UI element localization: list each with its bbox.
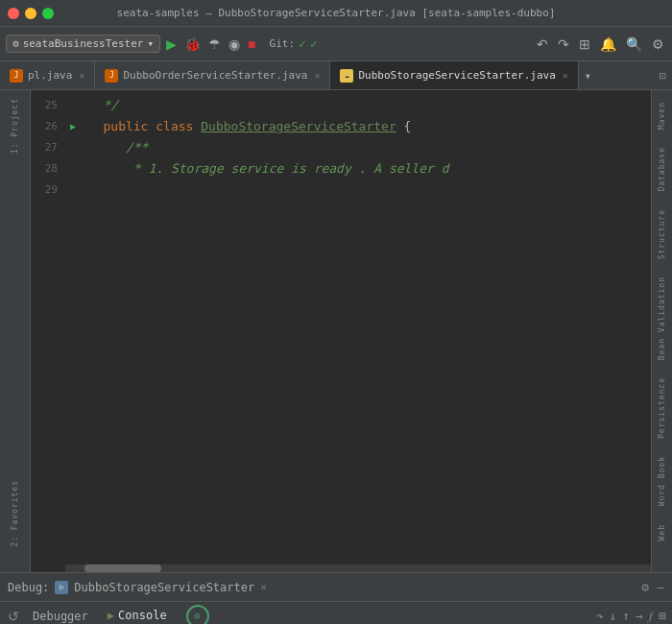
debug-session-label: DubboStorageServiceStarter (74, 581, 254, 594)
tab-close[interactable]: ✕ (79, 70, 84, 81)
line-content: * 1. Storage service is ready . A seller… (81, 161, 449, 176)
debug-step-into[interactable]: ↓ (610, 609, 617, 623)
code-line-28: 28 * 1. Storage service is ready . A sel… (31, 157, 651, 179)
layout-button[interactable]: ⊞ (577, 36, 592, 52)
redo-button[interactable]: ↷ (556, 36, 571, 52)
split-icon[interactable]: ⊡ (660, 69, 666, 83)
sidebar-tab-structure[interactable]: Structure (655, 202, 669, 267)
code-line-29: 29 (31, 179, 651, 200)
sidebar-label-favorites[interactable]: 2: Favorites (9, 476, 21, 551)
debugger-tab[interactable]: Debugger (25, 606, 96, 625)
git-area: Git: ✓ ✓ (270, 36, 318, 51)
line-number: 29 (31, 183, 65, 196)
sidebar-tab-persistence[interactable]: Persistence (655, 370, 669, 446)
title-bar: seata-samples – DubboStorageServiceStart… (0, 0, 672, 27)
debug-step-out[interactable]: ↑ (623, 609, 631, 623)
git-check-icon: ✓ (299, 36, 306, 51)
notification-button[interactable]: 🔔 (598, 36, 618, 52)
tab-label: DubboOrderServiceStarter.java (123, 69, 307, 82)
debug-panel: Debug: ▷ DubboStorageServiceStarter ✕ ⚙ … (0, 572, 672, 624)
toolbar-icons: ↶ ↷ ⊞ 🔔 🔍 ⚙ (535, 36, 666, 52)
debugger-tab-label: Debugger (33, 610, 88, 623)
settings-button[interactable]: ⚙ (650, 36, 666, 52)
storage-icon: ☁ (340, 69, 353, 83)
tab-close[interactable]: ✕ (314, 70, 320, 81)
run-config-icon: ⚙ (12, 37, 19, 50)
sidebar-label-project[interactable]: 1: Project (9, 94, 21, 157)
line-content: */ (81, 98, 118, 112)
debug-header-right: ⚙ — (641, 580, 664, 594)
sidebar-tab-maven[interactable]: Maven (655, 94, 669, 137)
debug-minimize-icon[interactable]: — (657, 580, 664, 594)
line-number: 27 (31, 141, 65, 154)
line-gutter: ▶ (65, 121, 81, 132)
debug-layout[interactable]: ⊞ (659, 609, 666, 623)
tabs-bar: J pl.java ✕ J DubboOrderServiceStarter.j… (0, 61, 672, 90)
debug-title: Debug: ▷ DubboStorageServiceStarter ✕ (8, 581, 267, 594)
code-line-25: 25 */ (31, 94, 651, 115)
close-button[interactable] (8, 8, 19, 19)
right-sidebar: Maven Database Structure Bean Validation… (651, 90, 672, 572)
stop-button[interactable]: ■ (246, 36, 257, 52)
code-lines: 25 */ 26 ▶ public class DubboStorageServ… (31, 90, 651, 204)
dropdown-arrow: ▾ (147, 37, 154, 50)
debug-toolbar: ↺ Debugger ▶ Console ⊙ ↷ ↓ ↑ → 𝑓 ⊞ (0, 602, 672, 624)
sidebar-tab-wordbook[interactable]: Word Book (655, 448, 669, 514)
debug-circle-btn[interactable]: ⊙ (186, 605, 209, 625)
console-tab-label: Console (118, 609, 167, 622)
tab-pl-java[interactable]: J pl.java ✕ (0, 61, 95, 89)
code-line-27: 27 /** (31, 136, 651, 157)
git-check2-icon: ✓ (310, 36, 318, 51)
debug-eval[interactable]: 𝑓 (649, 609, 653, 624)
breakpoint-arrow: ▶ (70, 121, 76, 132)
sidebar-tab-database[interactable]: Database (655, 139, 669, 200)
top-toolbar: ⚙ seataBusinessTester ▾ ▶ 🐞 ☂ ◉ ■ Git: ✓… (0, 27, 672, 61)
line-content: public class DubboStorageServiceStarter … (81, 119, 411, 133)
code-line-26: 26 ▶ public class DubboStorageServiceSta… (31, 115, 651, 136)
profiler-button[interactable]: ◉ (227, 36, 242, 52)
tab-dubbo-storage[interactable]: ☁ DubboStorageServiceStarter.java ✕ (330, 61, 578, 89)
window-title: seata-samples – DubboStorageServiceStart… (117, 7, 556, 19)
debug-step-over[interactable]: ↷ (596, 609, 604, 623)
search-everywhere-button[interactable]: 🔍 (624, 36, 644, 52)
run-config-label: seataBusinessTester (23, 37, 144, 50)
debug-restart-btn[interactable]: ↺ (6, 609, 21, 624)
line-number: 25 (31, 99, 65, 111)
debug-button[interactable]: 🐞 (182, 36, 203, 52)
run-config-dropdown[interactable]: ⚙ seataBusinessTester ▾ (6, 35, 160, 53)
debug-toolbar-icons: ↷ ↓ ↑ → 𝑓 ⊞ (596, 609, 666, 624)
left-sidebar: 1: Project 2: Favorites (0, 90, 31, 572)
debug-label: Debug: (8, 581, 49, 594)
undo-button[interactable]: ↶ (535, 36, 550, 52)
java-icon: J (105, 69, 118, 83)
console-tab-icon: ▶ (108, 609, 114, 622)
maximize-button[interactable] (42, 8, 54, 19)
minimize-button[interactable] (25, 8, 36, 19)
tab-label: pl.java (28, 69, 72, 82)
tab-dubbo-order[interactable]: J DubboOrderServiceStarter.java ✕ (95, 61, 330, 89)
debug-session-icon: ▷ (55, 581, 68, 594)
debug-settings-icon[interactable]: ⚙ (641, 580, 649, 594)
run-button[interactable]: ▶ (164, 36, 179, 52)
debug-header: Debug: ▷ DubboStorageServiceStarter ✕ ⚙ … (0, 573, 672, 602)
line-number: 26 (31, 120, 65, 132)
tabs-overflow[interactable]: ▾ (579, 61, 597, 89)
console-tab[interactable]: ▶ Console (100, 605, 175, 625)
traffic-lights (8, 8, 54, 19)
sidebar-tab-web[interactable]: Web (655, 516, 669, 548)
line-content: /** (81, 140, 148, 155)
tab-label: DubboStorageServiceStarter.java (358, 69, 555, 82)
sidebar-tab-bean[interactable]: Bean Validation (655, 269, 669, 368)
horizontal-scrollbar[interactable] (65, 564, 651, 572)
line-number: 28 (31, 162, 65, 175)
main-area: 1: Project 2: Favorites 25 */ 26 ▶ publi… (0, 90, 672, 572)
coverage-button[interactable]: ☂ (206, 36, 223, 52)
scrollbar-thumb[interactable] (84, 564, 161, 572)
debug-session-close[interactable]: ✕ (260, 581, 267, 593)
code-editor: 25 */ 26 ▶ public class DubboStorageServ… (31, 90, 651, 572)
java-icon: J (10, 69, 23, 83)
git-label: Git: (270, 37, 296, 50)
tab-close[interactable]: ✕ (563, 70, 568, 81)
debug-run-cursor[interactable]: → (636, 609, 643, 623)
